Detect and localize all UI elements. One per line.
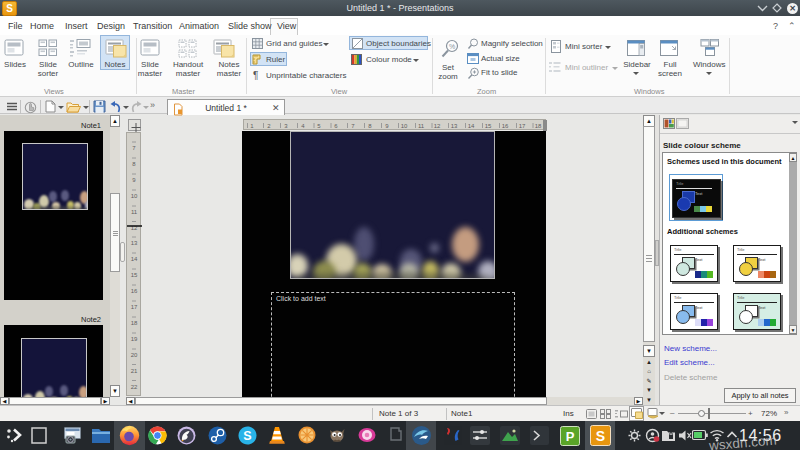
svg-text:17: 17 (519, 123, 526, 129)
svg-text:9: 9 (132, 177, 136, 183)
svg-text:14: 14 (468, 123, 475, 129)
svg-text:S: S (243, 429, 251, 443)
svg-text:15: 15 (485, 123, 492, 129)
svg-text:8: 8 (132, 161, 136, 167)
svg-text:13: 13 (451, 123, 458, 129)
svg-text:8: 8 (368, 123, 372, 129)
svg-text:18: 18 (535, 123, 542, 129)
svg-text:4: 4 (301, 123, 305, 129)
svg-text:%: % (449, 43, 455, 50)
svg-text:17: 17 (131, 304, 138, 310)
svg-text:P: P (566, 429, 575, 444)
svg-text:3: 3 (284, 123, 288, 129)
svg-text:7: 7 (132, 145, 136, 151)
svg-text:21: 21 (131, 368, 138, 374)
svg-text:16: 16 (502, 123, 509, 129)
svg-text:20: 20 (131, 352, 138, 358)
svg-text:22: 22 (131, 384, 138, 390)
svg-text:5: 5 (317, 123, 321, 129)
svg-text:19: 19 (131, 336, 138, 342)
svg-text:12: 12 (434, 123, 441, 129)
svg-text:18: 18 (131, 320, 138, 326)
svg-text:11: 11 (131, 209, 138, 215)
svg-text:2: 2 (267, 123, 271, 129)
svg-text:13: 13 (131, 240, 138, 246)
svg-text:15: 15 (131, 272, 138, 278)
svg-text:S: S (596, 428, 605, 444)
svg-text:9: 9 (385, 123, 389, 129)
svg-text:1: 1 (250, 123, 254, 129)
svg-text:10: 10 (401, 123, 408, 129)
svg-text:7: 7 (351, 123, 355, 129)
svg-text:11: 11 (418, 123, 425, 129)
svg-text:16: 16 (131, 288, 138, 294)
svg-text:14: 14 (131, 256, 138, 262)
svg-text:6: 6 (334, 123, 338, 129)
svg-text:10: 10 (131, 193, 138, 199)
